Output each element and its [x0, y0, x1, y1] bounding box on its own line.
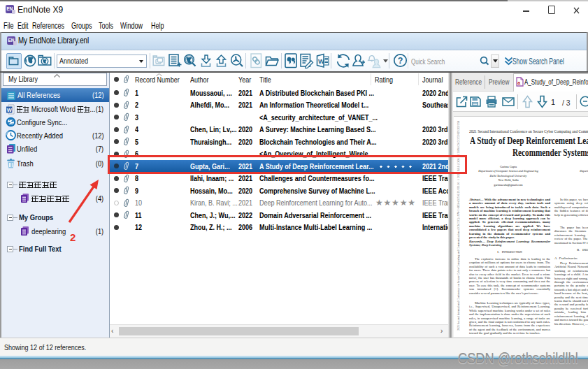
svg-text:W: W	[318, 57, 324, 65]
svg-text:a: a	[517, 80, 520, 85]
svg-text:?: ?	[398, 56, 403, 66]
svg-text:W: W	[7, 107, 13, 113]
